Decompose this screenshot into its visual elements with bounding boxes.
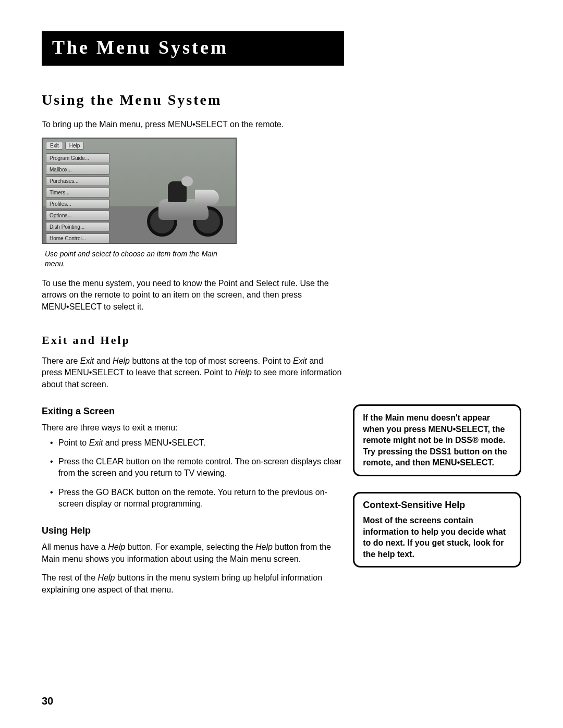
screenshot-menu-item: Home Control... [46, 233, 109, 243]
italic-text: Help [98, 573, 115, 582]
para-using-help-2: The rest of the Help buttons in the menu… [42, 572, 342, 596]
screenshot-help-button: Help [65, 142, 84, 150]
screenshot-menu-list: Program Guide... Mailbox... Purchases...… [46, 153, 109, 244]
text: All menus have a [42, 542, 108, 551]
heading-exit-help: Exit and Help [42, 334, 342, 347]
text: and [94, 356, 113, 365]
bike-fairing-icon [195, 190, 219, 205]
heading-using-help: Using Help [42, 525, 342, 536]
content-area: Using the Menu System To bring up the Ma… [42, 92, 521, 603]
heading-exiting-screen: Exiting a Screen [42, 406, 342, 417]
screenshot-caption: Use point and select to choose an item f… [45, 249, 232, 268]
para-exiting-intro: There are three ways to exit a menu: [42, 422, 342, 434]
para-point-select: To use the menu system, you need to know… [42, 278, 342, 313]
main-column: Using the Menu System To bring up the Ma… [42, 92, 342, 603]
list-item: Press the GO BACK button on the remote. … [50, 487, 342, 510]
italic-text: Help [235, 368, 252, 377]
tip-box-dss-mode: If the Main menu doesn't appear when you… [353, 404, 521, 476]
screenshot-menu-item: Profiles... [46, 199, 109, 209]
italic-text: Exit [89, 438, 103, 447]
italic-text: Exit [80, 356, 94, 365]
para-intro: To bring up the Main menu, press MENU•SE… [42, 119, 342, 130]
sidebar-column: If the Main menu doesn't appear when you… [353, 404, 521, 583]
text: Point to [58, 438, 89, 447]
bike-helmet-icon [181, 176, 193, 187]
menu-screenshot: Exit Help Program Guide... Mailbox... Pu… [42, 138, 237, 244]
text: The rest of the [42, 573, 98, 582]
para-exit-help: There are Exit and Help buttons at the t… [42, 355, 342, 390]
text: button. For example, selecting the [125, 542, 255, 551]
screenshot-menu-item: Dish Pointing... [46, 222, 109, 232]
text: buttons at the top of most screens. Poin… [130, 356, 293, 365]
chapter-title: The Menu System [52, 36, 334, 58]
text: and press MENU•SELECT. [103, 438, 205, 447]
heading-using-menu: Using the Menu System [42, 92, 342, 108]
text: There are [42, 356, 80, 365]
screenshot-menu-item: Purchases... [46, 176, 109, 186]
italic-text: Help [108, 542, 125, 551]
chapter-title-bar: The Menu System [42, 31, 344, 66]
italic-text: Help [255, 542, 273, 551]
screenshot-menu-item: Program Guide... [46, 153, 109, 163]
exit-methods-list: Point to Exit and press MENU•SELECT. Pre… [42, 437, 342, 510]
screenshot-exit-button: Exit [46, 142, 63, 150]
screenshot-menu-item: Options... [46, 211, 109, 220]
para-using-help-1: All menus have a Help button. For exampl… [42, 541, 342, 565]
page-number: 30 [42, 695, 53, 707]
screenshot-top-buttons: Exit Help [46, 142, 84, 150]
screenshot-menu-item: Timers... [46, 188, 109, 198]
tip-text: Most of the screens contain information … [363, 515, 511, 560]
tip-text: If the Main menu doesn't appear when you… [363, 412, 511, 468]
tip-title: Context-Sensitive Help [363, 500, 511, 511]
screenshot-menu-item: Mailbox... [46, 165, 109, 175]
list-item: Press the CLEAR button on the remote con… [50, 456, 342, 479]
list-item: Point to Exit and press MENU•SELECT. [50, 437, 342, 449]
italic-text: Exit [293, 356, 307, 365]
document-page: The Menu System Using the Menu System To… [0, 0, 563, 728]
italic-text: Help [113, 356, 130, 365]
tip-box-context-help: Context-Sensitive Help Most of the scree… [353, 492, 521, 567]
